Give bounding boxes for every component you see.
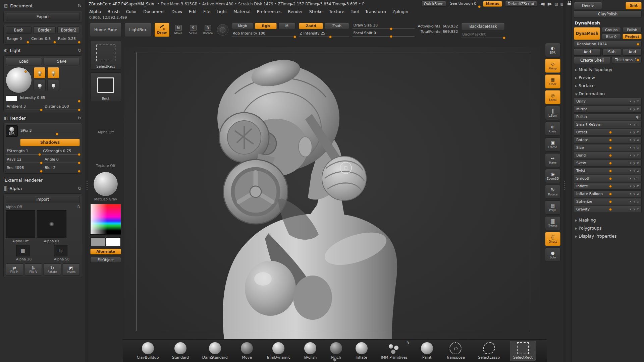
slider-handle[interactable] [609,193,612,195]
backmaskint-slider[interactable]: BackMaskInt [461,32,505,38]
alpha-r-toggle[interactable]: R [77,205,80,209]
alpha-import-button[interactable]: Import [6,196,80,203]
blur-slider[interactable]: Blur 2 [44,165,80,171]
draw-mode-button[interactable]: Draw [155,23,169,37]
rgb-intensity-slider[interactable]: Rgb Intensity 100 [232,31,296,37]
viewport-toggle-button[interactable]: ∥ L.Sym [545,106,560,120]
lightbox-button[interactable]: LightBox [125,23,151,37]
lock-icon[interactable] [568,3,571,5]
main-color-swatch[interactable] [91,237,105,246]
m-toggle[interactable]: M [278,23,296,29]
deformation-row[interactable]: Inflate x y z [574,183,642,190]
brush-item[interactable]: SelectRect [510,341,536,361]
viewport-toggle-button[interactable]: ▒ Transp [545,216,560,230]
brush-item[interactable]: DamStandard [199,341,231,361]
claypolish-button[interactable]: ClayPolish [574,10,642,18]
ambient-slider[interactable]: Ambient 3 [6,104,42,110]
axis-toggles[interactable]: x y z [630,146,639,149]
deformation-row[interactable]: Spherize x y z [574,198,642,205]
restore-configuration-icon[interactable]: ↻ [77,115,82,121]
menu-item[interactable]: Alpha [89,9,101,14]
restore-configuration-icon[interactable]: ↻ [77,3,82,8]
deformation-row[interactable]: Mirror x y z [574,106,642,113]
deformation-header[interactable]: Deformation [574,89,642,97]
gstrength-slider[interactable]: GStrength 0.75 [42,148,80,155]
deformation-row[interactable]: Twist x y z [574,167,642,174]
light-2-toggle[interactable] [47,67,59,78]
polish-mode-icon[interactable]: ◎ [636,115,639,119]
add-toggle[interactable]: Add [574,48,601,56]
masking-header[interactable]: Masking [574,216,642,224]
backfacemask-button[interactable]: BackfaceMask [461,23,505,30]
light-palette-header[interactable]: ◐ Light ↻ [3,46,82,54]
alpha-slot-current[interactable] [6,210,35,238]
light-placement-sphere[interactable] [6,67,32,93]
slider-handle[interactable] [609,170,612,172]
mrgb-toggle[interactable]: Mrgb [232,23,254,29]
alternate-button[interactable]: Alternate [90,249,121,254]
scale-mode-button[interactable]: S Scale [187,23,199,37]
smt-toggle[interactable]: Smt [626,2,642,9]
tray-scroll-arrows[interactable] [331,358,338,362]
scroll-up-icon[interactable] [333,358,336,360]
slider-handle[interactable] [609,139,612,141]
viewport-toggle-button[interactable]: ↻ Rotate [545,185,560,199]
axis-toggles[interactable]: x y z [630,162,639,165]
current-stroke-slot[interactable]: Rect [90,72,121,102]
light-3-toggle[interactable] [34,80,46,91]
slider-handle[interactable] [609,208,612,211]
alpha-invers-button[interactable]: ◩ Invers [63,263,80,276]
deformation-row[interactable]: Size x y z [574,144,642,151]
quicksave-button[interactable]: QuickSave [421,1,446,7]
light-1-toggle[interactable] [34,67,46,78]
axis-toggles[interactable]: x y z [630,177,639,180]
sub-toggle[interactable]: Sub [602,48,621,56]
current-alpha-slot[interactable]: Alpha Off [90,105,121,135]
divider-grip[interactable] [87,181,88,190]
menu-item[interactable]: Material [233,9,251,14]
menu-item[interactable]: Document [143,9,165,14]
rate-slider[interactable]: Rate 0.25 [57,36,80,42]
viewport-toggle-button[interactable]: ▣ Frame [545,137,560,152]
home-page-button[interactable]: Home Page [90,23,121,37]
left-panel-divider[interactable] [86,0,88,362]
viewport-toggle-button[interactable]: ▤ PolyF [545,200,560,215]
viewport-toggle-button[interactable]: ◉ Zoom3D [545,169,560,183]
render-palette-header[interactable]: ◧ Render ↻ [3,114,82,122]
menu-item[interactable]: Tool [351,9,359,14]
axis-toggles[interactable]: x y z [630,100,639,103]
rays-slider[interactable]: Rays 12 [6,157,42,163]
menu-item[interactable]: Texture [329,9,344,14]
export-button[interactable]: Export [6,13,80,20]
menu-item[interactable]: Render [288,9,303,14]
menu-item[interactable]: Zplugin [392,9,408,14]
dynamesh-toggle[interactable]: DynaMesh [574,27,600,40]
see-through-slider[interactable]: See-through 0 [449,1,480,7]
axis-toggles[interactable]: x y z [630,123,639,126]
range-slider[interactable]: Range 0 [6,36,29,42]
back-button[interactable]: Back [6,26,32,34]
axis-toggles[interactable]: x y z [630,185,639,188]
restore-configuration-icon[interactable]: ↻ [77,48,82,53]
deformation-row[interactable]: Polish ◎ [574,113,642,120]
right-panel-divider[interactable] [563,0,566,362]
secondary-color-swatch[interactable] [106,237,121,246]
menu-item[interactable]: Brush [108,9,120,14]
viewport-toggle-button[interactable]: ⊕ Gxyz [545,122,560,136]
slider-handle[interactable] [609,185,612,188]
light-color-swatch[interactable] [6,96,17,101]
menu-item[interactable]: Light [217,9,227,14]
zscript-button[interactable]: DefaultZScript [505,1,537,7]
deformation-row[interactable]: Gravity x y z [574,206,642,213]
fillobject-button[interactable]: FillObject [90,257,121,263]
external-renderer-header[interactable]: External Renderer [3,175,82,184]
axis-toggles[interactable]: x y z [630,192,639,195]
axis-toggles[interactable]: x y z [630,154,639,157]
menu-item[interactable]: Draw [171,9,182,14]
light-position-marker[interactable] [24,70,27,73]
axis-toggles[interactable]: x y z [630,138,639,141]
color-picker[interactable] [90,204,121,235]
axis-toggles[interactable]: x y z [630,208,639,211]
viewport-toggle-button[interactable]: ◎ Local [545,90,560,104]
slider-handle[interactable] [609,146,612,149]
